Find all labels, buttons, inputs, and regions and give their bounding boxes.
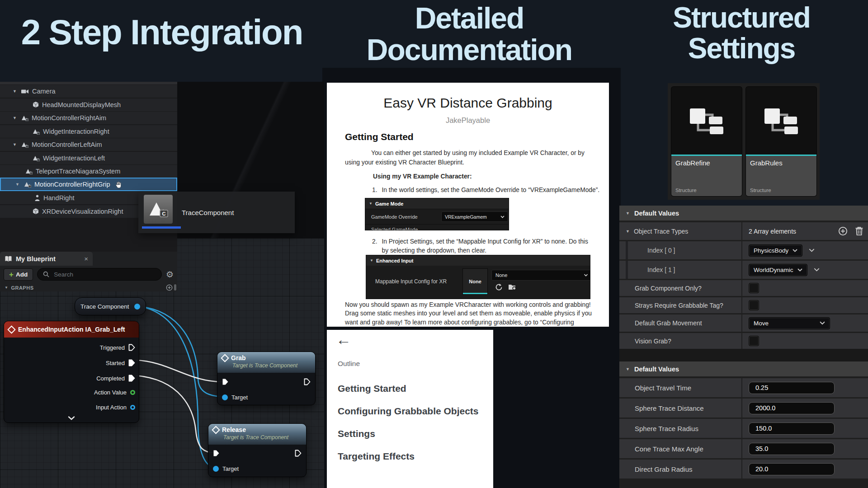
tree-row-widget-right[interactable]: WidgetInteractionRight bbox=[0, 125, 177, 138]
my-blueprint-tab[interactable]: My Blueprint × bbox=[0, 252, 93, 266]
pin-completed[interactable]: Completed bbox=[96, 375, 135, 382]
outline-item-getting-started[interactable]: Getting Started bbox=[338, 383, 406, 394]
function-node-grab[interactable]: Grab Target is Trace Component Target bbox=[217, 352, 316, 405]
vision-grab-checkbox[interactable] bbox=[749, 336, 759, 346]
asset-name: GrabRefine bbox=[675, 159, 738, 167]
tree-row-mc-left-aim[interactable]: ▼ MotionControllerLeftAim bbox=[0, 138, 177, 151]
tree-row-camera[interactable]: ▼ Camera bbox=[0, 85, 177, 98]
event-node-header: EnhancedInputAction IA_Grab_Left bbox=[4, 321, 139, 338]
trace-type-dropdown[interactable]: WorldDynamic bbox=[749, 264, 807, 276]
component-icon bbox=[21, 115, 28, 121]
grab-component-only-checkbox[interactable] bbox=[749, 283, 759, 293]
game-mode-header: ▼ Game Mode bbox=[365, 198, 509, 209]
exec-input-pin[interactable] bbox=[213, 450, 220, 457]
sphere-trace-radius-input[interactable] bbox=[749, 422, 835, 435]
tree-row-hmd-mesh[interactable]: HeadMountedDisplayMesh bbox=[0, 99, 177, 111]
trace-type-dropdown[interactable]: PhysicsBody bbox=[749, 244, 802, 257]
add-button[interactable]: + Add bbox=[4, 268, 33, 281]
asset-type: Structure bbox=[675, 188, 697, 193]
function-node-release[interactable]: Release Target is Trace Component Target bbox=[208, 423, 307, 477]
scrollbar-thumb[interactable] bbox=[174, 284, 176, 291]
book-icon bbox=[5, 256, 12, 262]
element-options-chevron-icon[interactable] bbox=[809, 249, 815, 252]
tree-row-widget-left[interactable]: WidgetInteractionLeft bbox=[0, 152, 177, 164]
expander-icon[interactable]: ▼ bbox=[13, 116, 18, 120]
asset-thumbnail-none[interactable]: None bbox=[462, 268, 488, 295]
exec-pin-icon bbox=[128, 344, 135, 351]
exec-output-pin[interactable] bbox=[304, 378, 311, 385]
expander-icon[interactable]: ▼ bbox=[626, 229, 630, 234]
row-index-0: Index [ 0 ] PhysicsBody bbox=[619, 241, 868, 259]
gear-icon[interactable]: ⚙ bbox=[166, 269, 174, 280]
outline-item-configuring[interactable]: Configuring Grabbable Objects bbox=[338, 406, 479, 417]
exec-input-pin[interactable] bbox=[222, 378, 229, 385]
target-pin-label: Target bbox=[222, 465, 239, 472]
grab-movement-dropdown[interactable]: Move bbox=[749, 317, 830, 329]
thumbnail-label: None bbox=[469, 279, 481, 284]
dropdown-value: WorldDynamic bbox=[754, 267, 793, 273]
pin-started[interactable]: Started bbox=[106, 359, 135, 366]
target-pin-icon bbox=[222, 394, 228, 400]
exec-output-pin[interactable] bbox=[295, 450, 302, 457]
tree-row-teleport-trace[interactable]: TeleportTraceNiagaraSystem bbox=[0, 165, 177, 178]
event-node-ia-grab-left[interactable]: EnhancedInputAction IA_Grab_Left Trigger… bbox=[4, 321, 139, 423]
pin-input-action[interactable]: Input Action bbox=[96, 404, 135, 411]
selected-gamemode-label: Selected GameMode bbox=[371, 227, 418, 230]
tree-panel-top-strip bbox=[0, 82, 177, 84]
mappable-config-dropdown[interactable]: None bbox=[491, 270, 590, 281]
back-arrow-icon[interactable]: ← bbox=[336, 331, 351, 348]
drag-preview-label: TraceComponent bbox=[182, 192, 234, 233]
headline-middle-line2: Documentation bbox=[322, 34, 616, 66]
sphere-trace-distance-input[interactable] bbox=[749, 402, 835, 414]
headline-middle: Detailed Documentation bbox=[322, 3, 616, 66]
list-number: 1. bbox=[372, 186, 377, 195]
component-class-icon: C bbox=[148, 200, 168, 218]
element-options-chevron-icon[interactable] bbox=[814, 268, 820, 272]
property-label: Default Grab Movement bbox=[635, 319, 702, 327]
grab-node-subtitle: Target is Trace Component bbox=[232, 362, 311, 369]
close-icon[interactable]: × bbox=[84, 255, 88, 263]
collapse-chevron-icon[interactable] bbox=[68, 416, 75, 420]
asset-thumbnail bbox=[746, 87, 816, 155]
search-box[interactable] bbox=[37, 268, 162, 281]
direct-grab-radius-input[interactable] bbox=[749, 463, 835, 475]
variable-node-trace-component[interactable]: Trace Component bbox=[75, 297, 146, 315]
default-values-header-1[interactable]: ▼ Default Values bbox=[619, 206, 868, 221]
doc-paragraph-final: Now you should spawn as my Example VRCha… bbox=[345, 300, 594, 327]
outline-item-targeting-effects[interactable]: Targeting Effects bbox=[338, 451, 415, 462]
asset-card-grabrules[interactable]: GrabRules Structure bbox=[746, 87, 816, 196]
chevron-down-icon bbox=[820, 321, 825, 325]
target-pin-row[interactable]: Target bbox=[222, 394, 248, 401]
use-selected-icon[interactable] bbox=[495, 283, 503, 291]
object-travel-time-input[interactable] bbox=[749, 382, 835, 394]
tree-row-mc-right-grip-selected[interactable]: ▼ MotionControllerRightGrip bbox=[0, 178, 177, 191]
object-output-pin[interactable] bbox=[134, 304, 140, 310]
target-pin-row[interactable]: Target bbox=[213, 465, 239, 472]
graphs-section-header[interactable]: ▼ GRAPHS bbox=[0, 284, 177, 291]
asset-card-meta: GrabRefine Structure bbox=[671, 156, 742, 196]
dropdown-value: Move bbox=[754, 320, 769, 327]
selected-gamemode-cropped-row: Selected GameMode bbox=[365, 224, 509, 230]
component-icon bbox=[33, 155, 40, 161]
release-node-subtitle: Target is Trace Component bbox=[223, 434, 302, 441]
delete-array-icon[interactable] bbox=[855, 226, 863, 236]
gamemode-override-dropdown[interactable]: VRExampleGamem bbox=[441, 211, 508, 222]
search-input[interactable] bbox=[53, 271, 156, 278]
default-values-header-2[interactable]: ▼ Default Values bbox=[619, 361, 868, 376]
expander-icon[interactable]: ▼ bbox=[15, 182, 21, 187]
value-pin-icon bbox=[130, 390, 135, 395]
expander-icon[interactable]: ▼ bbox=[13, 89, 18, 94]
pin-action-value[interactable]: Action Value bbox=[94, 389, 135, 396]
expander-icon[interactable]: ▼ bbox=[13, 142, 18, 147]
section-label: Default Values bbox=[634, 210, 679, 217]
pin-triggered[interactable]: Triggered bbox=[100, 344, 135, 351]
cone-trace-max-angle-input[interactable] bbox=[749, 443, 835, 455]
list-text: In Project Settings, set the “Mappable I… bbox=[382, 237, 588, 255]
add-element-icon[interactable] bbox=[838, 226, 848, 236]
add-graph-icon[interactable] bbox=[166, 284, 173, 291]
asset-card-grabrefine[interactable]: GrabRefine Structure bbox=[671, 87, 742, 196]
browse-asset-icon[interactable] bbox=[508, 283, 517, 291]
strays-require-tag-checkbox[interactable] bbox=[749, 300, 759, 310]
outline-item-settings[interactable]: Settings bbox=[338, 428, 375, 439]
tree-row-mc-right-aim[interactable]: ▼ MotionControllerRightAim bbox=[0, 112, 177, 124]
